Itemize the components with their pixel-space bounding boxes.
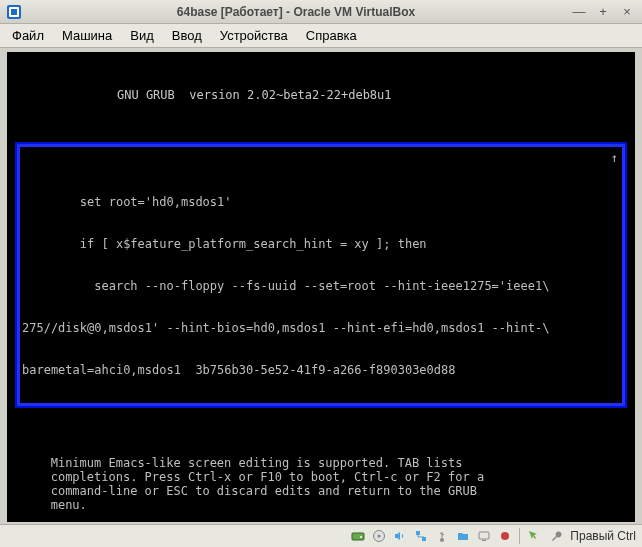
menu-view[interactable]: Вид <box>122 26 162 45</box>
scroll-up-indicator: ↑ <box>611 151 618 165</box>
maximize-button[interactable]: + <box>594 4 612 20</box>
audio-icon[interactable] <box>392 528 408 544</box>
menubar: Файл Машина Вид Ввод Устройства Справка <box>0 24 642 48</box>
svg-rect-8 <box>422 537 426 541</box>
minimize-button[interactable]: — <box>570 4 588 20</box>
svg-point-12 <box>501 532 509 540</box>
titlebar: 64base [Работает] - Oracle VM VirtualBox… <box>0 0 642 24</box>
close-button[interactable]: × <box>618 4 636 20</box>
grub-line: search --no-floppy --fs-uuid --set=root … <box>22 279 620 293</box>
record-icon[interactable] <box>497 528 513 544</box>
shared-folder-icon[interactable] <box>455 528 471 544</box>
svg-rect-7 <box>416 531 420 535</box>
status-icons <box>350 528 513 544</box>
grub-help-text: Minimum Emacs-like screen editing is sup… <box>17 456 625 512</box>
hdd-icon[interactable] <box>350 528 366 544</box>
status-separator <box>519 528 520 544</box>
key-icon[interactable] <box>548 528 564 544</box>
optical-icon[interactable] <box>371 528 387 544</box>
menu-help[interactable]: Справка <box>298 26 365 45</box>
menu-devices[interactable]: Устройства <box>212 26 296 45</box>
usb-icon[interactable] <box>434 528 450 544</box>
vbox-icon <box>6 4 22 20</box>
menu-input[interactable]: Ввод <box>164 26 210 45</box>
svg-rect-10 <box>479 532 489 539</box>
svg-point-4 <box>360 536 362 538</box>
menu-machine[interactable]: Машина <box>54 26 120 45</box>
vm-display[interactable]: GNU GRUB version 2.02~beta2-22+deb8u1 ↑ … <box>7 52 635 522</box>
grub-line: 275//disk@0,msdos1' --hint-bios=hd0,msdo… <box>22 321 620 335</box>
host-key-label: Правый Ctrl <box>570 529 636 543</box>
grub-line: if [ x$feature_platform_search_hint = xy… <box>22 237 620 251</box>
svg-rect-3 <box>352 533 364 540</box>
grub-line: baremetal=ahci0,msdos1 3b756b30-5e52-41f… <box>22 363 620 377</box>
grub-version: GNU GRUB version 2.02~beta2-22+deb8u1 <box>17 88 625 102</box>
mouse-capture-icon[interactable] <box>526 528 542 544</box>
menu-file[interactable]: Файл <box>4 26 52 45</box>
svg-rect-11 <box>482 540 486 541</box>
statusbar: Правый Ctrl <box>0 524 642 547</box>
grub-edit-box: ↑ set root='hd0,msdos1' if [ x$feature_p… <box>17 144 625 406</box>
svg-point-9 <box>440 538 444 542</box>
window-title: 64base [Работает] - Oracle VM VirtualBox <box>28 5 564 19</box>
network-icon[interactable] <box>413 528 429 544</box>
grub-line: set root='hd0,msdos1' <box>22 195 620 209</box>
grub-line: else <box>22 405 620 406</box>
svg-point-6 <box>378 535 381 538</box>
display-icon[interactable] <box>476 528 492 544</box>
svg-rect-2 <box>11 9 17 15</box>
